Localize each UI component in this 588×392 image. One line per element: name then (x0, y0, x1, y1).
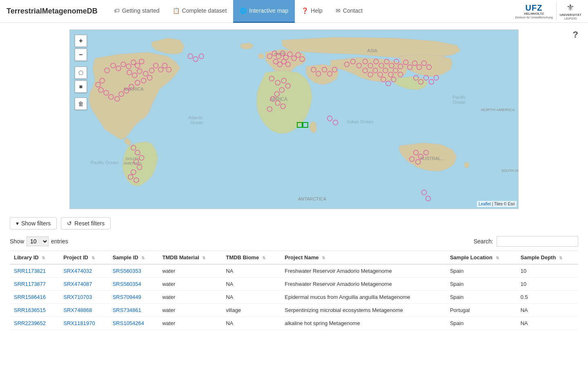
nav-help-label: Help (311, 7, 323, 14)
cell-tmdb-biome: NA (222, 317, 281, 330)
entries-select[interactable]: 10 25 50 100 (27, 236, 49, 246)
reset-icon: ↺ (67, 220, 72, 227)
search-control: Search: (474, 236, 578, 247)
library-id-sort-icon: ⇅ (42, 256, 45, 260)
map-container[interactable]: + − ⬠ ■ 🗑 (69, 29, 519, 209)
cell-project-id: SRX474032 (59, 264, 108, 278)
chevron-down-icon: ▾ (16, 220, 19, 227)
nav-interactive-map-label: Interactive map (249, 7, 288, 14)
svg-text:NORTH AMERICA: NORTH AMERICA (481, 107, 515, 112)
app-title: TerrestrialMetagenomeDB (7, 7, 98, 16)
cell-sample-location: Spain (446, 278, 517, 291)
sample-id-link[interactable]: SRS560354 (113, 281, 141, 287)
col-library-id[interactable]: Library ID ⇅ (10, 251, 59, 265)
cell-tmdb-biome: NA (222, 291, 281, 304)
project-id-link[interactable]: SRX1181970 (63, 320, 95, 326)
svg-text:Ocean: Ocean (190, 120, 203, 125)
cell-sample-location: Spain (446, 317, 517, 330)
col-sample-location[interactable]: Sample Location ⇅ (446, 251, 517, 265)
project-id-link[interactable]: SRX748868 (63, 307, 92, 313)
project-id-link[interactable]: SRX710703 (63, 294, 92, 300)
project-id-link[interactable]: SRX474087 (63, 281, 92, 287)
cell-project-name: Epidermal mucus from Anguilla anguilla M… (281, 291, 446, 304)
show-label: Show (10, 238, 24, 245)
reset-filters-button[interactable]: ↺ Reset filters (61, 217, 111, 229)
library-id-link[interactable]: SRR1636515 (14, 307, 46, 313)
help-icon: ❓ (301, 7, 308, 14)
cell-library-id: SRR1636515 (10, 304, 59, 317)
delete-draw-button[interactable]: 🗑 (75, 98, 87, 110)
zoom-out-button[interactable]: − (75, 49, 87, 61)
cell-project-name: Freshwater Reservoir Amadorio Metagenome (281, 278, 446, 291)
nav-contact[interactable]: ✉ Contact (329, 0, 369, 23)
svg-text:Atlantic: Atlantic (188, 115, 203, 120)
leaflet-link[interactable]: Leaflet (479, 202, 491, 206)
getting-started-icon: 🏷 (114, 7, 120, 14)
cell-library-id: SRR1173821 (10, 264, 59, 278)
interactive-map-icon: 🌐 (240, 7, 247, 14)
sample-id-link[interactable]: SRS1054264 (113, 320, 144, 326)
cell-sample-id: SRS734861 (109, 304, 158, 317)
nav-getting-started[interactable]: 🏷 Getting started (107, 0, 166, 23)
ufz-text: UFZ (526, 3, 543, 12)
col-project-id[interactable]: Project ID ⇅ (59, 251, 108, 265)
library-id-link[interactable]: SRR1586416 (14, 294, 46, 300)
nav-getting-started-label: Getting started (122, 7, 160, 14)
col-project-name[interactable]: Project Name ⇅ (281, 251, 446, 265)
col-tmdb-material[interactable]: TMDB Material ⇅ (158, 251, 222, 265)
sample-location-sort-icon: ⇅ (496, 256, 499, 260)
col-tmdb-biome[interactable]: TMDB Biome ⇅ (222, 251, 281, 265)
nav-contact-label: Contact (343, 7, 363, 14)
ufz-subtitle2: Zentrum für Umweltforschung (515, 16, 552, 19)
svg-text:AUSTRAL...: AUSTRAL... (420, 156, 445, 161)
cell-tmdb-material: water (158, 317, 222, 330)
cell-library-id: SRR1173877 (10, 278, 59, 291)
complete-dataset-icon: 📋 (173, 7, 180, 14)
col-sample-id[interactable]: Sample ID ⇅ (109, 251, 158, 265)
cell-sample-depth: 10 (517, 278, 578, 291)
uni-crest-icon: ⚜ (566, 2, 575, 13)
sample-id-link[interactable]: SRS560353 (113, 268, 141, 274)
svg-text:Indian Ocean: Indian Ocean (347, 119, 373, 124)
navbar: TerrestrialMetagenomeDB 🏷 Getting starte… (0, 0, 588, 23)
col-sample-depth[interactable]: Sample Depth ⇅ (517, 251, 578, 265)
draw-rectangle-button[interactable]: ■ (75, 80, 87, 93)
nav-interactive-map[interactable]: 🌐 Interactive map (233, 0, 295, 23)
uni-logo: ⚜ UNIVERSITÄT LEIPZIG (556, 2, 581, 20)
contact-icon: ✉ (336, 7, 341, 14)
cell-sample-location: Spain (446, 264, 517, 278)
zoom-in-button[interactable]: + (75, 35, 87, 47)
cell-tmdb-material: water (158, 278, 222, 291)
library-id-link[interactable]: SRR2239652 (14, 320, 46, 326)
cell-sample-id: SRS709449 (109, 291, 158, 304)
cell-sample-depth: 10 (517, 264, 578, 278)
uni-city: LEIPZIG (564, 17, 577, 20)
help-float-button[interactable]: ? (573, 29, 578, 40)
tiles-attribution: | Tiles © Esri (492, 202, 515, 206)
cell-project-name: Freshwater Reservoir Amadorio Metagenome (281, 264, 446, 278)
cell-tmdb-material: water (158, 291, 222, 304)
cell-sample-id: SRS560353 (109, 264, 158, 278)
nav-complete-dataset[interactable]: 📋 Complete dataset (166, 0, 234, 23)
ufz-logo: UFZ HELMHOLTZ Zentrum für Umweltforschun… (515, 3, 552, 19)
nav-help[interactable]: ❓ Help (295, 0, 329, 23)
search-input[interactable] (497, 236, 578, 247)
cell-sample-depth: 0.5 (517, 291, 578, 304)
svg-text:ANTARCTICA: ANTARCTICA (298, 196, 327, 201)
library-id-link[interactable]: SRR1173821 (14, 268, 46, 274)
nav-items: 🏷 Getting started 📋 Complete dataset 🌐 I… (107, 0, 515, 23)
svg-text:Ocean: Ocean (452, 100, 466, 105)
tmdb-biome-sort-icon: ⇅ (262, 256, 265, 260)
cell-project-id: SRX710703 (59, 291, 108, 304)
draw-polygon-button[interactable]: ⬠ (75, 67, 87, 79)
cell-sample-depth: NA (517, 317, 578, 330)
show-filters-button[interactable]: ▾ Show filters (10, 217, 57, 229)
library-id-link[interactable]: SRR1173877 (14, 281, 46, 287)
sample-id-link[interactable]: SRS709449 (113, 294, 141, 300)
reset-filters-label: Reset filters (74, 220, 105, 227)
project-id-link[interactable]: SRX474032 (63, 268, 92, 274)
sample-id-sort-icon: ⇅ (141, 256, 145, 260)
cell-tmdb-biome: NA (222, 264, 281, 278)
sample-id-link[interactable]: SRS734861 (113, 307, 141, 313)
cell-library-id: SRR2239652 (10, 317, 59, 330)
